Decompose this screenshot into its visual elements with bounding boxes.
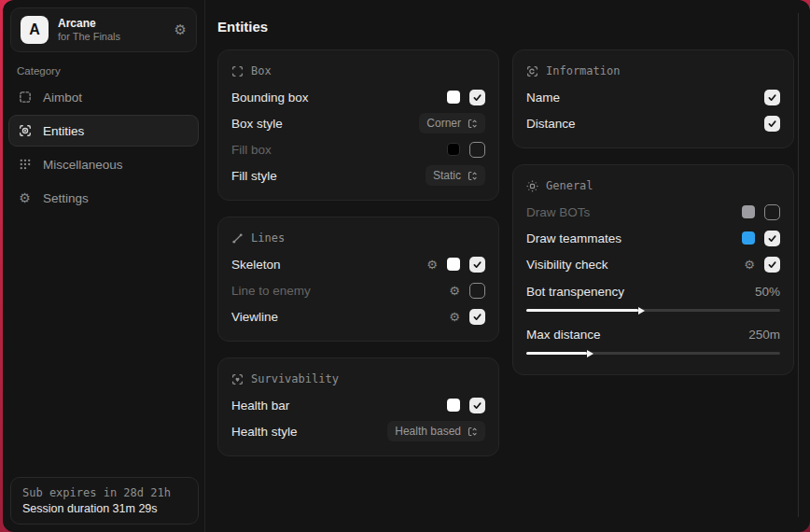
sidebar-item-entities[interactable]: Entities	[8, 115, 199, 147]
slider-row-max-distance: Max distance250m	[526, 320, 780, 363]
card-title: General	[546, 179, 594, 192]
row-label: Fill box	[231, 143, 447, 157]
card-lines: LinesSkeleton⚙Line to enemy⚙Viewline⚙	[217, 217, 499, 342]
color-swatch-draw-teammates[interactable]	[742, 231, 755, 245]
row-controls: Static	[426, 165, 485, 186]
focus-icon	[526, 180, 538, 192]
category-label: Category	[17, 65, 204, 77]
row-label: Bot transpenency	[526, 285, 755, 299]
slider-bot-transpenency[interactable]	[526, 306, 780, 315]
row-fill-style: Fill styleStatic	[231, 162, 485, 189]
dashed-box-icon	[18, 91, 32, 104]
card-general: GeneralDraw BOTsDraw teammatesVisibility…	[512, 164, 794, 375]
color-swatch-draw-bots[interactable]	[742, 205, 755, 218]
row-fill-box: Fill box	[231, 136, 485, 162]
cards-column: BoxBounding boxBox styleCornerFill boxFi…	[217, 49, 499, 456]
card-title: Information	[546, 64, 620, 77]
sidebar-item-miscellaneous[interactable]: Miscellaneous	[8, 148, 199, 180]
line-icon	[231, 232, 244, 245]
app-logo: A	[21, 16, 49, 44]
checkbox-skeleton[interactable]	[469, 257, 485, 273]
row-controls	[447, 398, 485, 413]
cards-column: InformationNameDistanceGeneralDraw BOTsD…	[512, 49, 794, 375]
checkbox-draw-teammates[interactable]	[764, 231, 780, 246]
color-swatch-fill-box[interactable]	[447, 143, 460, 156]
app-subtitle: for The Finals	[58, 31, 165, 44]
unfold-icon	[468, 427, 478, 437]
row-health-style: Health styleHealth based	[231, 418, 485, 444]
info-scan-icon	[526, 65, 538, 77]
gear-icon[interactable]: ⚙	[426, 258, 438, 272]
card-title: Lines	[251, 231, 285, 245]
page-title: Entities	[217, 19, 794, 35]
checkbox-visibility-check[interactable]	[764, 257, 780, 273]
card-header: Information	[526, 60, 780, 82]
row-label: Health style	[231, 425, 387, 439]
checkbox-bounding-box[interactable]	[469, 90, 485, 105]
row-controls: ⚙	[449, 309, 485, 325]
row-controls: Corner	[419, 113, 485, 133]
row-health-bar: Health bar	[231, 392, 485, 418]
session-footer-card: Sub expires in 28d 21h Session duration …	[10, 477, 199, 525]
dropdown-health-style[interactable]: Health based	[387, 421, 485, 441]
row-controls: ⚙	[426, 257, 485, 273]
checkbox-health-bar[interactable]	[469, 398, 485, 413]
session-duration-text: Session duration 31m 29s	[22, 502, 187, 515]
app-window: A Arcane for The Finals ⚙ Category Aimbo…	[3, 0, 810, 532]
color-swatch-skeleton[interactable]	[447, 258, 460, 271]
row-controls	[764, 90, 780, 105]
dropdown-value: Static	[433, 169, 461, 182]
row-controls: ⚙	[744, 257, 780, 273]
grid-dots-icon	[18, 158, 32, 171]
row-controls: ⚙	[449, 283, 485, 299]
row-label: Box style	[231, 117, 419, 131]
card-box: BoxBounding boxBox styleCornerFill boxFi…	[217, 49, 499, 201]
color-swatch-bounding-box[interactable]	[447, 91, 460, 104]
checkbox-fill-box[interactable]	[469, 142, 485, 158]
row-label: Skeleton	[231, 258, 426, 272]
row-visibility-check: Visibility check⚙	[526, 251, 780, 277]
dropdown-fill-style[interactable]: Static	[426, 165, 485, 186]
box-corners-icon	[231, 65, 244, 77]
card-header: Box	[231, 60, 485, 82]
main-panel: Entities BoxBounding boxBox styleCornerF…	[205, 0, 810, 532]
gear-icon[interactable]: ⚙	[744, 258, 755, 272]
slider-value: 250m	[748, 328, 780, 342]
scrollbar[interactable]	[798, 13, 799, 517]
unfold-icon	[468, 119, 478, 129]
app-titles: Arcane for The Finals	[58, 17, 165, 44]
sidebar-item-settings[interactable]: ⚙Settings	[8, 182, 199, 214]
row-label: Max distance	[526, 328, 748, 342]
checkbox-line-to-enemy[interactable]	[469, 283, 485, 299]
row-label: Distance	[526, 117, 764, 131]
color-swatch-health-bar[interactable]	[447, 399, 460, 412]
gear-icon[interactable]: ⚙	[449, 310, 460, 324]
dropdown-value: Corner	[426, 117, 461, 130]
app-header-card: A Arcane for The Finals ⚙	[10, 7, 197, 52]
app-settings-gear-icon[interactable]: ⚙	[175, 21, 187, 38]
sidebar-nav: AimbotEntitiesMiscellaneous⚙Settings	[3, 80, 204, 215]
slider-row-bot-transpenency: Bot transpenency50%	[526, 277, 780, 320]
row-draw-bots: Draw BOTs	[526, 199, 780, 225]
row-viewline: Viewline⚙	[231, 303, 485, 329]
dropdown-box-style[interactable]: Corner	[419, 113, 485, 133]
row-controls	[447, 90, 485, 105]
sidebar-item-label: Aimbot	[43, 91, 82, 105]
slider-max-distance[interactable]	[526, 349, 780, 357]
row-name: Name	[526, 84, 780, 110]
row-label: Fill style	[231, 169, 426, 183]
checkbox-draw-bots[interactable]	[764, 204, 780, 220]
sidebar-item-label: Settings	[43, 191, 89, 205]
checkbox-name[interactable]	[764, 90, 780, 105]
sidebar-item-aimbot[interactable]: Aimbot	[8, 81, 199, 113]
checkbox-viewline[interactable]	[469, 309, 485, 325]
row-controls	[764, 116, 780, 132]
card-header: Lines	[231, 227, 485, 249]
sidebar: A Arcane for The Finals ⚙ Category Aimbo…	[3, 0, 205, 532]
card-information: InformationNameDistance	[512, 49, 794, 148]
gear-icon[interactable]: ⚙	[449, 284, 460, 298]
row-box-style: Box styleCorner	[231, 110, 485, 136]
row-label: Name	[526, 91, 764, 105]
checkbox-distance[interactable]	[764, 116, 780, 132]
card-survivability: SurvivabilityHealth barHealth styleHealt…	[217, 357, 499, 456]
